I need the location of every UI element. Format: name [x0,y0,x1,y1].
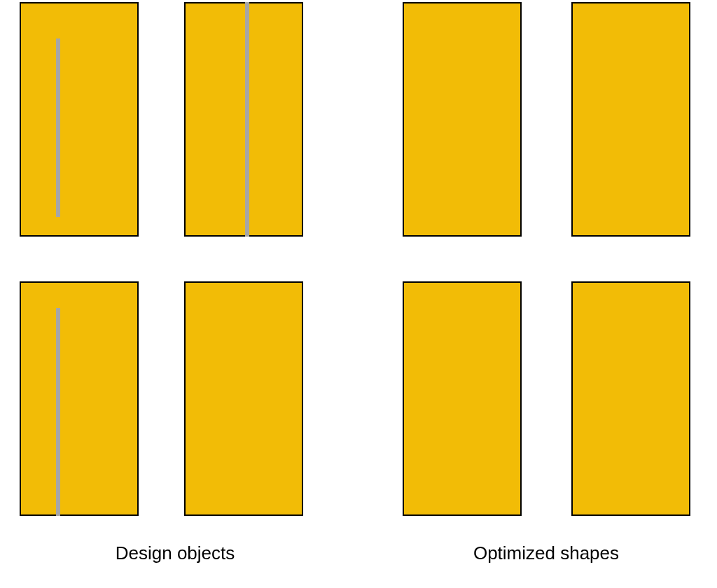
optimized-block-r2c1 [403,281,522,516]
label-design-objects: Design objects [35,542,315,564]
optimized-block-r1c2 [571,2,690,237]
design-block-r1c1 [20,2,139,237]
gray-bar-r2c1 [56,308,60,516]
optimized-block-r2c2 [571,281,690,516]
diagram-canvas: Design objects Optimized shapes [0,0,717,588]
design-block-r2c2 [184,281,303,516]
optimized-block-r1c1 [403,2,522,237]
design-block-r2c1 [20,281,139,516]
design-block-r1c2 [184,2,303,237]
gray-bar-r1c2 [245,2,249,237]
gray-bar-r1c1 [56,38,60,217]
label-optimized-shapes: Optimized shapes [406,542,686,564]
